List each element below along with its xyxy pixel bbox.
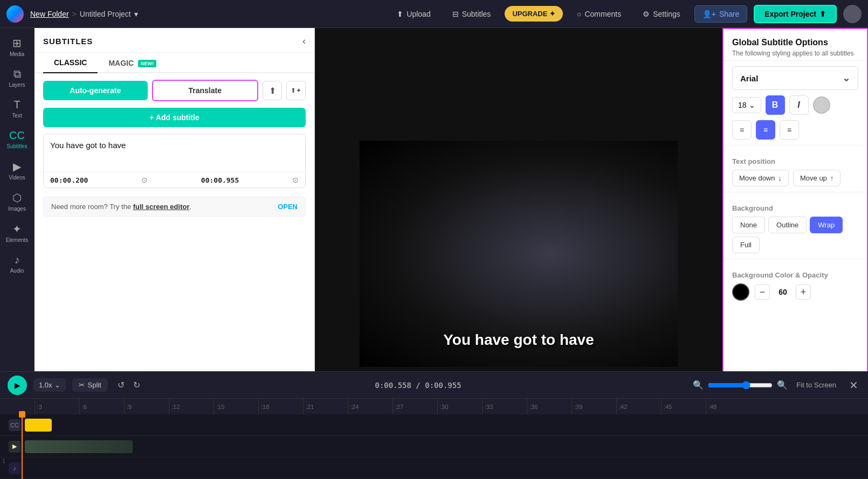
bg-none-button[interactable]: None (732, 217, 765, 233)
zoom-in-button[interactable]: 🔍 (777, 380, 788, 390)
subtitles-nav-icon: ⊟ (452, 10, 459, 18)
sidebar-item-layers[interactable]: ⧉ Layers (2, 64, 32, 92)
ruler-mark: :27 (392, 399, 437, 415)
chevron-down-icon: ⌄ (842, 72, 850, 84)
bg-full-button[interactable]: Full (732, 237, 760, 253)
subtitle-text-area[interactable]: You have got to have (44, 134, 305, 172)
tab-magic[interactable]: MAGIC NEW! (98, 53, 167, 73)
add-subtitle-button[interactable]: + Add subtitle (43, 108, 306, 127)
ruler-mark: :6 (79, 399, 124, 415)
bg-outline-button[interactable]: Outline (768, 217, 807, 233)
timeline-tracks: CC ▶ ♪ 1 (0, 414, 868, 479)
ruler-mark: :3 (35, 399, 79, 415)
audio-icon: ♪ (15, 254, 20, 266)
align-left-icon: ≡ (740, 126, 744, 134)
full-screen-editor-link[interactable]: full screen editor (133, 203, 190, 211)
upload-icon: ⬆ (397, 10, 403, 18)
subtitles-actions: Auto-generate Translate ⬆ ⬆✦ (35, 73, 314, 108)
subtitle-clip[interactable] (25, 419, 52, 432)
timeline-track-subtitle: CC (0, 414, 868, 436)
opacity-minus-button[interactable]: − (755, 284, 770, 300)
zoom-out-button[interactable]: 🔍 (693, 380, 704, 390)
ruler-mark: :21 (303, 399, 348, 415)
open-button[interactable]: OPEN (278, 203, 298, 211)
auto-generate-button[interactable]: Auto-generate (43, 81, 148, 100)
opacity-plus-button[interactable]: + (796, 284, 811, 300)
settings-button[interactable]: ⚙ Settings (635, 6, 688, 22)
video-clip[interactable] (25, 440, 133, 453)
timestamp-end-icon[interactable]: ⊙ (292, 176, 299, 184)
sidebar-item-videos[interactable]: ▶ Videos (2, 156, 32, 185)
align-left-button[interactable]: ≡ (732, 120, 752, 140)
undo-button[interactable]: ↺ (114, 378, 128, 392)
align-center-button[interactable]: ≡ (756, 120, 775, 140)
tab-classic[interactable]: CLASSIC (43, 53, 98, 73)
sidebar-item-text[interactable]: T Text (2, 94, 32, 123)
download-icon-button[interactable]: ⬆✦ (286, 81, 306, 100)
subtitles-panel-title: SUBTITLES (43, 37, 93, 46)
move-up-button[interactable]: Move up ↑ (793, 170, 841, 186)
font-selector[interactable]: Arial ⌄ (732, 66, 858, 90)
sidebar-item-elements[interactable]: ✦ Elements (2, 218, 32, 247)
bg-wrap-button[interactable]: Wrap (810, 217, 843, 233)
subtitle-text: You have got to have (50, 141, 126, 150)
text-color-picker[interactable] (813, 96, 830, 114)
zoom-in-icon: 🔍 (777, 380, 788, 390)
import-icon-button[interactable]: ⬆ (263, 81, 282, 100)
playhead-marker (19, 411, 25, 418)
sidebar-item-audio[interactable]: ♪ Audio (2, 249, 32, 278)
zoom-controls: 🔍 🔍 Fit to Screen (693, 379, 841, 391)
move-down-button[interactable]: Move down ↓ (732, 170, 789, 186)
export-button[interactable]: Export Project ⬆ (754, 5, 837, 23)
align-right-icon: ≡ (787, 126, 791, 134)
font-size-value: 18 (738, 101, 747, 109)
align-right-button[interactable]: ≡ (780, 120, 799, 140)
bg-color-section: Background Color & Opacity − 60 + (724, 259, 867, 306)
subtitles-nav-button[interactable]: ⊟ Subtitles (445, 6, 499, 22)
redo-button[interactable]: ↻ (130, 378, 143, 392)
italic-button[interactable]: I (789, 95, 809, 115)
top-nav: New Folder > Untitled Project ▾ ⬆ Upload… (0, 0, 868, 28)
play-button[interactable]: ▶ (8, 376, 27, 395)
upload-button[interactable]: ⬆ Upload (389, 6, 438, 22)
zoom-slider[interactable] (708, 381, 773, 390)
speed-selector[interactable]: 1.0x ⌄ (33, 378, 66, 392)
fit-to-screen-button[interactable]: Fit to Screen (792, 379, 841, 391)
avatar[interactable] (843, 5, 862, 23)
upgrade-button[interactable]: UPGRADE ✦ (505, 6, 563, 22)
font-style-row: 18 ⌄ B I (732, 95, 858, 115)
breadcrumb-caret[interactable]: ▾ (134, 10, 138, 18)
folder-link[interactable]: New Folder (30, 10, 69, 18)
video-track-content (24, 439, 868, 454)
sidebar-item-subtitles[interactable]: CC Subtitles (2, 125, 32, 154)
translate-button[interactable]: Translate (152, 80, 259, 101)
subtitles-panel-header: SUBTITLES ‹ (35, 28, 314, 53)
subtitles-tabs: CLASSIC MAGIC NEW! (35, 53, 314, 73)
elements-icon: ✦ (12, 223, 22, 235)
sidebar-item-images[interactable]: ⬡ Images (2, 187, 32, 216)
split-button[interactable]: ✂ Split (72, 378, 108, 392)
bold-button[interactable]: B (766, 95, 785, 115)
video-subtitle: You have got to have (439, 329, 598, 351)
position-buttons: Move down ↓ Move up ↑ (732, 170, 858, 186)
font-size-selector[interactable]: 18 ⌄ (732, 97, 761, 113)
timestamp-end: 00:00.955 (201, 176, 239, 184)
sidebar-item-media[interactable]: ⊞ Media (2, 32, 32, 61)
timeline-track-audio: ♪ (0, 457, 868, 479)
videos-icon: ▶ (13, 160, 21, 173)
timestamp-start-icon[interactable]: ⊙ (141, 176, 148, 184)
bg-color-picker[interactable] (732, 283, 749, 301)
comments-icon: ○ (577, 10, 581, 18)
comments-button[interactable]: ○ Comments (569, 6, 629, 22)
font-size-chevron-icon: ⌄ (749, 101, 755, 109)
close-panel-button[interactable]: ‹ (302, 36, 306, 47)
split-icon: ✂ (79, 381, 85, 389)
alignment-row: ≡ ≡ ≡ (732, 120, 858, 140)
track-row-number: 1 (2, 457, 5, 464)
text-position-label: Text position (732, 157, 858, 165)
close-timeline-button[interactable]: ✕ (847, 377, 860, 394)
speed-value: 1.0x (39, 381, 52, 389)
bg-color-row: − 60 + (732, 283, 858, 301)
settings-icon: ⚙ (643, 10, 650, 18)
share-button[interactable]: 👤+ Share (694, 5, 748, 23)
